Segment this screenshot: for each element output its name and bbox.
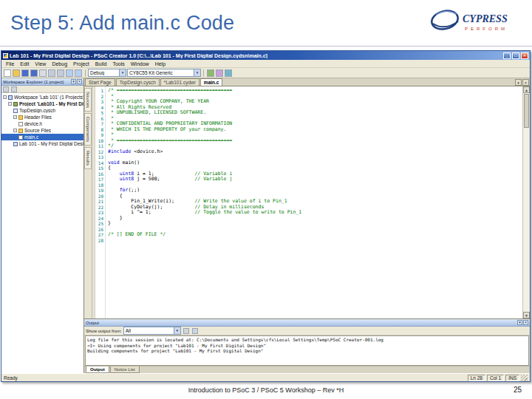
output-source-combo[interactable]: All ▾ <box>123 327 181 335</box>
maximize-button[interactable]: □ <box>512 52 519 59</box>
tab-scroll-icon[interactable]: ▾ <box>515 79 522 86</box>
redo-icon[interactable] <box>75 69 82 77</box>
menu-item-debug[interactable]: Debug <box>49 61 70 66</box>
line-number: 22 <box>95 205 105 211</box>
tree-item[interactable]: main.c <box>1 134 83 140</box>
line-number: 4 <box>95 105 105 111</box>
build-icon[interactable] <box>207 69 214 77</box>
tree-item-label: main.c <box>24 134 38 140</box>
code-line: for(;;) <box>108 188 522 194</box>
editor-tab[interactable]: *Lab101.cydwr <box>160 78 200 86</box>
tree-item[interactable]: TopDesign.cysch <box>1 107 83 114</box>
cypress-swirl-icon <box>430 8 460 32</box>
status-bar: Ready Ln 28Col 1INS <box>1 373 530 381</box>
schematic-icon <box>13 109 18 113</box>
editor-tab[interactable]: TopDesign.cysch <box>116 78 160 86</box>
tree-item[interactable]: Lab 101 - My First Digital Design.cydwr <box>1 140 83 147</box>
copy-output-icon[interactable] <box>192 328 198 334</box>
code-line: i ^= 1; // Toggle the value to write to … <box>108 210 522 216</box>
file-icon <box>18 135 23 140</box>
config-combo[interactable]: Debug ▾ <box>88 69 126 77</box>
tree-item[interactable]: -Workspace 'Lab 101' (1 Projects) <box>1 94 83 100</box>
tab-close-icon[interactable]: × <box>522 79 529 86</box>
menu-item-view[interactable]: View <box>32 61 49 66</box>
editor-scrollbar[interactable]: ▲ ▼ <box>522 86 530 318</box>
tree-item[interactable]: -Project 'Lab101 - My First Digital Desi… <box>1 100 83 107</box>
output-tab[interactable]: Notice List <box>110 366 140 373</box>
close-icon[interactable]: × <box>523 320 528 325</box>
code-line: #include <device.h> <box>108 149 522 155</box>
side-tab[interactable]: Components <box>84 113 92 146</box>
side-tab[interactable]: Results <box>84 147 92 169</box>
program-icon[interactable] <box>216 69 223 77</box>
expander-icon[interactable]: - <box>8 102 12 106</box>
menu-item-project[interactable]: Project <box>70 61 92 66</box>
pin-icon[interactable]: ▾ <box>71 79 76 84</box>
editor-tabs: Start PageTopDesign.cysch*Lab101.cydwrma… <box>85 78 514 86</box>
menu-item-help[interactable]: Help <box>152 61 168 66</box>
logo-brand: CYPRESS <box>463 13 508 24</box>
clear-output-icon[interactable] <box>183 328 189 334</box>
pin-icon[interactable]: ▾ <box>517 320 522 325</box>
paste-icon[interactable] <box>57 69 64 77</box>
save-all-icon[interactable] <box>30 69 38 77</box>
status-item: Col 1 <box>487 375 504 381</box>
minimize-button[interactable]: _ <box>503 52 511 59</box>
resize-grip[interactable] <box>521 375 528 381</box>
scrollbar-thumb[interactable] <box>524 94 529 128</box>
target-combo[interactable]: CY8C55 Kit Generic ▾ <box>127 69 201 77</box>
code-line: /* [] END OF FILE */ <box>108 232 522 238</box>
scroll-up-icon[interactable]: ▲ <box>523 86 530 93</box>
output-header: Output ▾ × <box>84 319 530 327</box>
output-log[interactable]: Log file for this session is located at:… <box>85 335 529 366</box>
line-number: 10 <box>95 138 105 144</box>
save-icon[interactable] <box>21 69 29 77</box>
open-file-icon[interactable] <box>13 69 20 77</box>
menu-item-window[interactable]: Window <box>128 61 152 66</box>
editor-tab[interactable]: main.c <box>200 78 223 86</box>
side-tab[interactable]: Sources <box>84 88 92 112</box>
tree-item[interactable]: -Header Files <box>1 114 83 120</box>
logo-tagline: PERFORM <box>465 27 508 31</box>
line-number: 9 <box>95 132 105 138</box>
line-number: 26 <box>95 227 105 233</box>
scroll-down-icon[interactable]: ▼ <box>523 312 530 318</box>
line-number: 20 <box>95 194 105 200</box>
show-all-icon[interactable] <box>11 86 17 92</box>
menu-item-edit[interactable]: Edit <box>17 61 32 66</box>
output-tab[interactable]: Output <box>86 366 109 373</box>
workspace-toolbar <box>1 86 83 93</box>
expander-icon[interactable]: - <box>13 129 17 132</box>
menu-item-tools[interactable]: Tools <box>109 61 127 66</box>
chevron-down-icon[interactable]: ▾ <box>119 69 126 76</box>
undo-icon[interactable] <box>66 69 73 77</box>
app-window: Lab 101 - My First Digital Design - PSoC… <box>1 50 531 382</box>
tree-item[interactable]: -Source Files <box>1 127 83 134</box>
cut-icon[interactable] <box>39 69 47 77</box>
page-number: 25 <box>514 386 522 394</box>
slide-title: Step 5: Add main.c Code <box>10 12 234 35</box>
code-line <box>108 183 522 188</box>
close-icon[interactable]: × <box>77 79 82 84</box>
copy-icon[interactable] <box>48 69 55 77</box>
chevron-down-icon[interactable]: ▾ <box>174 327 180 334</box>
editor-tab[interactable]: Start Page <box>85 78 115 86</box>
code-line <box>108 227 522 233</box>
window-titlebar[interactable]: Lab 101 - My First Digital Design - PSoC… <box>1 51 530 60</box>
menu-item-file[interactable]: File <box>3 61 17 66</box>
expander-icon[interactable]: - <box>3 95 7 99</box>
new-file-icon[interactable] <box>4 69 11 77</box>
scrollbar-track[interactable] <box>523 129 530 312</box>
code-line: uint8 j = 500; // Variable j <box>108 177 522 183</box>
chevron-down-icon[interactable]: ▾ <box>194 69 200 76</box>
menu-item-build[interactable]: Build <box>92 61 110 66</box>
status-items: Ln 28Col 1INS <box>468 375 519 381</box>
collapse-all-icon[interactable] <box>3 86 9 92</box>
close-button[interactable]: × <box>521 52 528 59</box>
line-number: 2 <box>95 94 105 100</box>
tree-item[interactable]: device.h <box>1 120 83 127</box>
expander-icon[interactable]: - <box>13 115 17 119</box>
code-line <box>108 238 522 244</box>
code-area[interactable]: /* =====================================… <box>106 86 522 318</box>
debug-icon[interactable] <box>225 69 232 77</box>
